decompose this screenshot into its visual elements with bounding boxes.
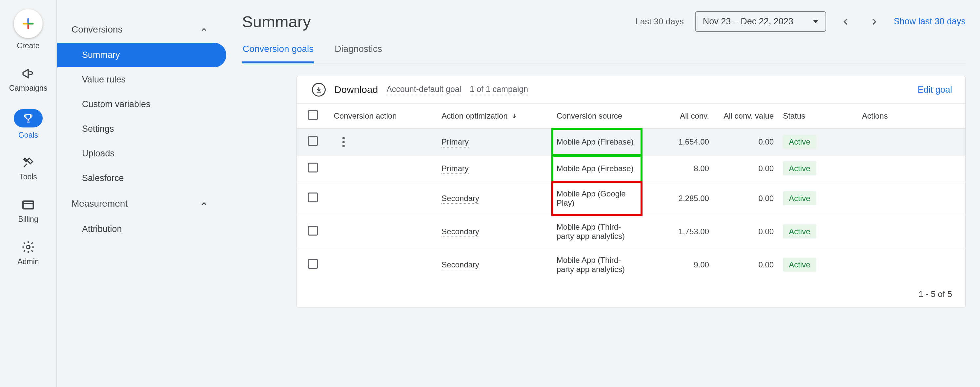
sidebar-item-salesforce[interactable]: Salesforce (57, 166, 226, 190)
col-all-conv[interactable]: All conv. (642, 104, 714, 129)
sidebar-item-settings[interactable]: Settings (57, 117, 226, 141)
row-actions (858, 182, 965, 215)
conversion-source-value: Mobile App (Google Play) (552, 182, 642, 215)
rail-item-goals[interactable]: Goals (14, 109, 43, 140)
sidebar-item-custom-variables[interactable]: Custom variables (57, 92, 226, 117)
date-range-selector[interactable]: Nov 23 – Dec 22, 2023 (695, 11, 826, 32)
sort-desc-icon (511, 113, 517, 119)
chevron-up-icon (200, 200, 208, 208)
sidebar-group-measurement[interactable]: Measurement (57, 190, 226, 217)
svg-rect-0 (23, 201, 33, 209)
row-checkbox[interactable] (308, 259, 318, 269)
show-last-30-link[interactable]: Show last 30 days (894, 16, 966, 27)
date-range-label: Last 30 days (635, 16, 684, 27)
card-title: Download (334, 84, 378, 95)
all-conv-value: 9.00 (642, 248, 714, 281)
card-icon (21, 198, 35, 211)
row-checkbox[interactable] (308, 192, 318, 202)
all-conv-value-value: 0.00 (714, 248, 778, 281)
page-title: Summary (242, 13, 311, 31)
rail-label: Billing (18, 215, 38, 224)
col-actions[interactable]: Actions (858, 104, 965, 129)
sidebar: Conversions SummaryValue rulesCustom var… (57, 0, 226, 387)
col-conversion-source[interactable]: Conversion source (552, 104, 642, 129)
group-title: Conversions (72, 24, 123, 35)
sidebar-item-value-rules[interactable]: Value rules (57, 67, 226, 92)
download-icon (312, 83, 326, 97)
caret-down-icon (813, 20, 818, 23)
row-menu-button[interactable] (337, 137, 350, 147)
optimization-value[interactable]: Primary (441, 164, 469, 174)
table-row[interactable]: SecondaryMobile App (Google Play)2,285.0… (297, 182, 965, 215)
conversion-source-value: Mobile App (Firebase) (552, 129, 642, 155)
row-actions (858, 215, 965, 248)
icon-rail: Create Campaigns Goals Tools Billing (0, 0, 57, 387)
sidebar-item-uploads[interactable]: Uploads (57, 141, 226, 166)
row-checkbox[interactable] (308, 136, 318, 146)
rail-label: Admin (18, 257, 39, 266)
optimization-value[interactable]: Secondary (441, 260, 479, 270)
status-badge: Active (783, 135, 816, 149)
tab-diagnostics[interactable]: Diagnostics (334, 40, 383, 63)
col-action-optimization[interactable]: Action optimization (437, 104, 552, 129)
date-range-value: Nov 23 – Dec 22, 2023 (703, 16, 793, 27)
row-checkbox[interactable] (308, 163, 318, 173)
optimization-value[interactable]: Secondary (441, 227, 479, 237)
row-checkbox[interactable] (308, 226, 318, 235)
col-all-conv-value[interactable]: All conv. value (714, 104, 778, 129)
all-conv-value-value: 0.00 (714, 155, 778, 182)
sidebar-group-conversions[interactable]: Conversions (57, 16, 226, 43)
conversions-table: Conversion action Action optimization Co… (297, 103, 965, 281)
all-conv-value: 2,285.00 (642, 182, 714, 215)
optimization-value[interactable]: Secondary (441, 194, 479, 204)
all-conv-value-value: 0.00 (714, 215, 778, 248)
status-badge: Active (783, 191, 816, 205)
status-badge: Active (783, 224, 816, 238)
rail-item-billing[interactable]: Billing (18, 198, 38, 224)
conversion-source-value: Mobile App (Firebase) (552, 155, 642, 182)
table-row[interactable]: PrimaryMobile App (Firebase)1,654.000.00… (297, 129, 965, 155)
rail-label: Goals (18, 131, 38, 140)
tab-conversion-goals[interactable]: Conversion goals (242, 40, 314, 63)
conversion-source-value: Mobile App (Third-party app analytics) (552, 215, 642, 248)
rail-item-admin[interactable]: Admin (18, 240, 39, 266)
table-row[interactable]: PrimaryMobile App (Firebase)8.000.00Acti… (297, 155, 965, 182)
row-actions (858, 248, 965, 281)
all-conv-value: 8.00 (642, 155, 714, 182)
edit-goal-link[interactable]: Edit goal (918, 85, 952, 95)
optimization-value[interactable]: Primary (441, 138, 469, 147)
rail-label: Campaigns (9, 84, 47, 93)
date-prev-button[interactable] (837, 13, 854, 30)
plus-icon (14, 9, 43, 38)
sidebar-item-summary[interactable]: Summary (57, 43, 226, 67)
table-row[interactable]: SecondaryMobile App (Third-party app ana… (297, 248, 965, 281)
card-meta-campaigns[interactable]: 1 of 1 campaign (470, 85, 528, 95)
all-conv-value: 1,654.00 (642, 129, 714, 155)
all-conv-value-value: 0.00 (714, 129, 778, 155)
group-title: Measurement (72, 198, 127, 209)
rail-label: Tools (19, 173, 37, 181)
tools-icon (22, 156, 35, 169)
sidebar-item-attribution[interactable]: Attribution (57, 217, 226, 241)
trophy-icon (14, 109, 43, 128)
rail-item-tools[interactable]: Tools (19, 156, 37, 181)
table-row[interactable]: SecondaryMobile App (Third-party app ana… (297, 215, 965, 248)
megaphone-icon (21, 67, 35, 80)
main-content: Summary Last 30 days Nov 23 – Dec 22, 20… (226, 0, 980, 387)
all-conv-value: 1,753.00 (642, 215, 714, 248)
goal-card: Download Account-default goal 1 of 1 cam… (296, 76, 966, 307)
gear-icon (21, 240, 35, 254)
card-meta-default[interactable]: Account-default goal (387, 85, 461, 95)
create-button[interactable]: Create (14, 9, 43, 50)
row-actions (858, 129, 965, 155)
rail-item-campaigns[interactable]: Campaigns (9, 67, 47, 93)
chevron-up-icon (200, 26, 208, 34)
svg-point-1 (27, 245, 30, 249)
tabs: Conversion goals Diagnostics (242, 40, 966, 63)
col-conversion-action[interactable]: Conversion action (329, 104, 437, 129)
select-all-checkbox[interactable] (308, 110, 318, 120)
row-actions (858, 155, 965, 182)
col-status[interactable]: Status (778, 104, 858, 129)
create-label: Create (17, 42, 39, 50)
date-next-button[interactable] (865, 13, 883, 30)
